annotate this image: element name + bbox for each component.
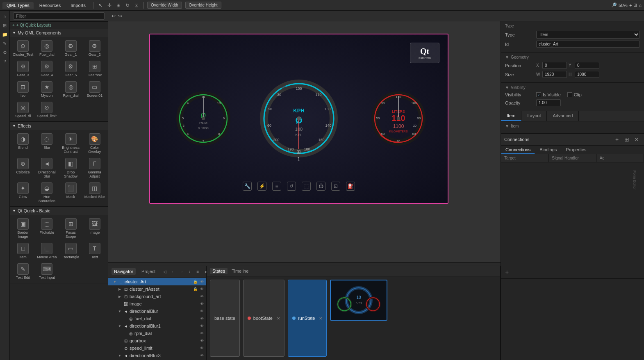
help-icon[interactable]: ? bbox=[1, 57, 9, 66]
rtasset-lock-icon[interactable]: 🔒 bbox=[192, 286, 198, 292]
pen-icon[interactable]: ✎ bbox=[1, 39, 9, 48]
nav-forward-icon[interactable]: → bbox=[177, 268, 185, 275]
comp-blend[interactable]: ◑ Blend bbox=[11, 132, 34, 155]
states-tab[interactable]: States bbox=[210, 268, 228, 274]
comp-speed-limit[interactable]: ⊙ Speed_limit bbox=[35, 100, 58, 120]
comp-gear3[interactable]: ⚙ Gear_3 bbox=[11, 59, 34, 79]
conn-close-btn[interactable]: ✕ bbox=[633, 135, 641, 144]
canvas-scrollbar[interactable] bbox=[108, 262, 501, 266]
state-card-run[interactable]: runState ✕ bbox=[288, 280, 327, 357]
rotate-tool-icon[interactable]: ↻ bbox=[124, 2, 131, 9]
home-icon[interactable]: ⌂ bbox=[639, 3, 642, 8]
dir-blur3-eye-icon[interactable]: 👁 bbox=[199, 353, 205, 358]
comp-colorize[interactable]: ⊕ Colorize bbox=[11, 156, 34, 180]
tab-item[interactable]: Item bbox=[501, 111, 521, 121]
home-nav-icon[interactable]: ⌂ bbox=[1, 12, 9, 21]
undo-icon[interactable]: ↩ bbox=[112, 13, 116, 19]
comp-cluster-test[interactable]: ⊙ Cluster_Test bbox=[11, 39, 34, 58]
tab-advanced[interactable]: Advanced bbox=[547, 111, 579, 121]
settings-icon[interactable]: ⚙ bbox=[1, 48, 9, 57]
nav-tab-project[interactable]: Project bbox=[139, 268, 158, 275]
dir-blur-eye-icon[interactable]: 👁 bbox=[199, 308, 205, 314]
comp-mouse-area[interactable]: ⬚ Mouse Area bbox=[35, 241, 58, 261]
item-section-header[interactable]: ▼ Item bbox=[505, 124, 640, 128]
snap-tool-icon[interactable]: ⊡ bbox=[133, 2, 140, 9]
tree-item-dir-blur1[interactable]: ▼ ◄ directionalBlur1 👁 bbox=[108, 322, 206, 330]
comp-directional-blur[interactable]: ◄ Directional Blur bbox=[35, 156, 58, 180]
expand-dir-blur1[interactable]: ▼ bbox=[117, 324, 122, 328]
comp-rectangle[interactable]: ▭ Rectangle bbox=[59, 241, 82, 261]
conn-expand-btn[interactable]: ⊞ bbox=[623, 135, 631, 144]
type-header[interactable]: Type bbox=[505, 24, 640, 28]
comp-text-input[interactable]: ⌨ Text Input bbox=[35, 262, 58, 281]
tab-qml-types[interactable]: QML Types bbox=[2, 2, 34, 9]
override-width-btn[interactable]: Override Width bbox=[147, 2, 182, 9]
redo-icon[interactable]: ↪ bbox=[118, 13, 122, 19]
move-tool-icon[interactable]: ✛ bbox=[106, 2, 113, 9]
tree-item-gearbox[interactable]: ▶ ⊞ gearbox 👁 bbox=[108, 337, 206, 344]
rpm-dial-eye-icon[interactable]: 👁 bbox=[199, 330, 205, 336]
state-card-boot[interactable]: bootState ✕ bbox=[243, 280, 284, 357]
nav-expand-icon[interactable]: ≡ bbox=[194, 268, 201, 275]
tree-item-dir-blur3[interactable]: ▼ ◄ directionalBlur3 👁 bbox=[108, 352, 206, 359]
id-input[interactable] bbox=[536, 41, 640, 48]
comp-drop-shadow[interactable]: ◧ Drop Shadow bbox=[59, 156, 82, 180]
pointer-tool-icon[interactable]: ↖ bbox=[97, 2, 104, 9]
comp-glow[interactable]: ✦ Glow bbox=[11, 181, 34, 205]
canvas-wrapper[interactable]: cluster_Art Qt Built with bbox=[108, 21, 501, 262]
comp-screen01[interactable]: ▭ Screen01 bbox=[83, 80, 106, 99]
h-input[interactable] bbox=[575, 71, 599, 78]
speed-limit-eye-icon[interactable]: 👁 bbox=[199, 345, 205, 351]
clip-checkbox[interactable] bbox=[567, 92, 572, 97]
y-input[interactable] bbox=[575, 62, 599, 69]
comp-border-image[interactable]: ▣ Border Image bbox=[11, 216, 34, 240]
comp-gamma[interactable]: Γ Gamma Adjust bbox=[83, 156, 106, 180]
comp-color-overlay[interactable]: 🎨 Color Overlay bbox=[83, 132, 106, 155]
comp-rpm-dial[interactable]: ◎ Rpm_dial bbox=[59, 80, 82, 99]
zoom-in-icon[interactable]: + bbox=[629, 3, 632, 8]
comp-text[interactable]: T Text bbox=[83, 241, 106, 261]
state-card-base[interactable]: base state bbox=[210, 280, 240, 357]
expand-cluster-rtasset[interactable]: ▶ bbox=[117, 287, 122, 292]
comp-flickable[interactable]: ⬚ Flickable bbox=[35, 216, 58, 240]
comp-gearbox[interactable]: ⊞ Gearbox bbox=[83, 59, 106, 79]
nav-down-icon[interactable]: ↓ bbox=[186, 268, 193, 275]
w-input[interactable] bbox=[542, 71, 567, 78]
comp-blur[interactable]: ◌ Blur bbox=[35, 132, 58, 155]
fit-icon[interactable]: ⊞ bbox=[633, 2, 637, 8]
scale-tool-icon[interactable]: ⊞ bbox=[115, 2, 122, 9]
tab-layout[interactable]: Layout bbox=[521, 111, 547, 121]
comp-gear5[interactable]: ⚙ Gear_5 bbox=[59, 59, 82, 79]
conn-tab-bindings[interactable]: Bindings bbox=[535, 146, 561, 154]
qt-quick-header[interactable]: ▼ Qt Quick - Basic bbox=[10, 207, 108, 215]
conn-tab-properties[interactable]: Properties bbox=[561, 146, 591, 154]
expand-dir-blur3[interactable]: ▼ bbox=[117, 353, 122, 358]
components-icon[interactable]: ⊞ bbox=[1, 21, 9, 30]
cluster-art-lock-icon[interactable]: 🔒 bbox=[192, 279, 198, 285]
tree-item-speed-limit[interactable]: ▶ ⊙ speed_limit 👁 bbox=[108, 344, 206, 352]
comp-iso[interactable]: ⊡ Iso bbox=[11, 80, 34, 99]
my-qml-header[interactable]: ▼ My QML Components bbox=[10, 29, 108, 37]
override-height-btn[interactable]: Override Height bbox=[185, 2, 221, 9]
expand-cluster-art[interactable]: ▼ bbox=[112, 279, 117, 284]
tree-item-cluster-art[interactable]: ▼ □ cluster_Art 🔒 👁 bbox=[108, 278, 206, 285]
tree-item-dir-blur[interactable]: ▼ ◄ directionalBlur 👁 bbox=[108, 308, 206, 315]
conn-add-btn[interactable]: + bbox=[613, 135, 621, 144]
comp-hue-saturation[interactable]: ◒ Hue Saturation bbox=[35, 181, 58, 205]
comp-myicon[interactable]: ★ Myicon bbox=[35, 80, 58, 99]
visibility-header[interactable]: ▼ Visibility bbox=[505, 85, 640, 90]
type-dropdown[interactable]: Item bbox=[536, 31, 640, 39]
tree-item-cluster-rtasset[interactable]: ▶ ⊡ cluster_rtAsset 🔒 👁 bbox=[108, 285, 206, 293]
comp-brightness[interactable]: ☀ Brightness Contrast bbox=[59, 132, 82, 155]
expand-dir-blur[interactable]: ▼ bbox=[117, 309, 122, 314]
assets-icon[interactable]: 📁 bbox=[1, 30, 9, 39]
comp-masked-blur[interactable]: ◫ Masked Blur bbox=[83, 181, 106, 205]
fuel-dial-eye-icon[interactable]: 👁 bbox=[199, 316, 205, 321]
geometry-header[interactable]: ▼ Geometry bbox=[505, 55, 640, 59]
timeline-tab[interactable]: Timeline bbox=[229, 268, 251, 274]
tree-item-rpm-dial[interactable]: ▶ ◎ rpm_dial 👁 bbox=[108, 330, 206, 337]
bg-art-eye-icon[interactable]: 👁 bbox=[199, 294, 205, 299]
nav-collapse-icon[interactable]: ◁ bbox=[161, 268, 168, 275]
tab-resources[interactable]: Resources bbox=[35, 2, 65, 9]
tree-item-image[interactable]: ▶ 🖼 image 👁 bbox=[108, 300, 206, 308]
